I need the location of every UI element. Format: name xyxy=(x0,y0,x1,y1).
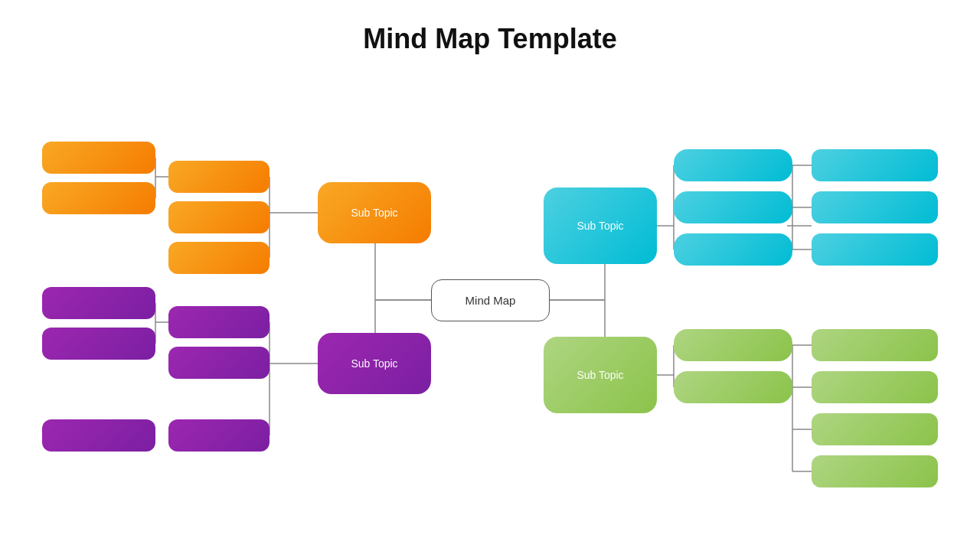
purple-subtopic[interactable]: Sub Topic xyxy=(318,333,431,394)
blue-sm-3[interactable] xyxy=(812,233,938,266)
purple-sm-1[interactable] xyxy=(42,287,155,319)
orange-subtopic-label: Sub Topic xyxy=(351,207,397,219)
blue-med-3[interactable] xyxy=(674,233,792,266)
green-sm-4[interactable] xyxy=(812,455,938,487)
purple-subtopic-label: Sub Topic xyxy=(351,357,397,370)
page-title: Mind Map Template xyxy=(0,0,980,55)
green-sm-2[interactable] xyxy=(812,371,938,403)
orange-med-2[interactable] xyxy=(168,201,270,233)
green-sm-1[interactable] xyxy=(812,329,938,361)
blue-subtopic-label: Sub Topic xyxy=(577,220,623,232)
purple-med-1[interactable] xyxy=(168,306,270,338)
center-label: Mind Map xyxy=(466,294,516,307)
orange-subtopic[interactable]: Sub Topic xyxy=(318,182,431,243)
blue-subtopic[interactable]: Sub Topic xyxy=(544,187,657,264)
blue-med-1[interactable] xyxy=(674,149,792,181)
purple-sm-2[interactable] xyxy=(42,328,155,360)
blue-sm-2[interactable] xyxy=(812,191,938,223)
mindmap-container: Mind Map Sub Topic Sub Topic Sub Topic S… xyxy=(0,69,980,551)
green-subtopic-label: Sub Topic xyxy=(577,369,623,381)
center-node[interactable]: Mind Map xyxy=(431,279,550,321)
orange-med-1[interactable] xyxy=(168,161,270,193)
blue-med-2[interactable] xyxy=(674,191,792,223)
orange-med-3[interactable] xyxy=(168,242,270,274)
green-med-1[interactable] xyxy=(674,329,792,361)
green-med-2[interactable] xyxy=(674,371,792,403)
purple-sm-3[interactable] xyxy=(42,419,155,452)
orange-sm-1[interactable] xyxy=(42,142,155,174)
purple-med-3[interactable] xyxy=(168,419,270,452)
green-subtopic[interactable]: Sub Topic xyxy=(544,337,657,413)
blue-sm-1[interactable] xyxy=(812,149,938,181)
orange-sm-2[interactable] xyxy=(42,182,155,214)
purple-med-2[interactable] xyxy=(168,347,270,379)
green-sm-3[interactable] xyxy=(812,413,938,445)
